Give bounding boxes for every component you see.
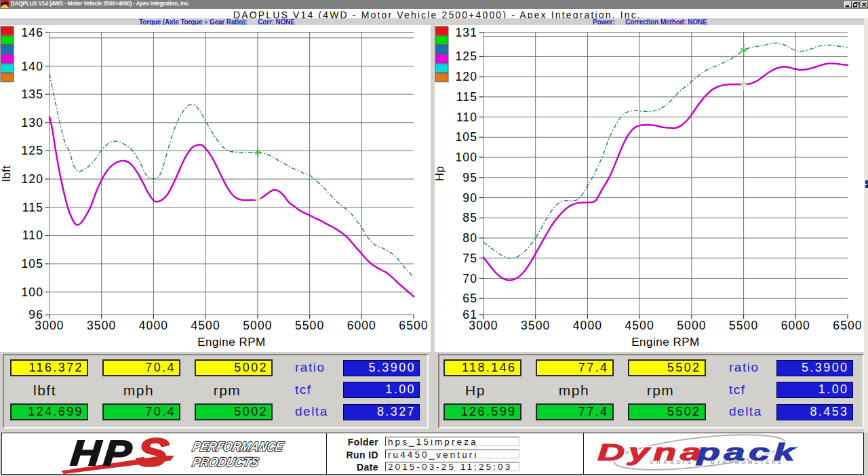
- svg-text:6500: 6500: [833, 319, 862, 332]
- svg-text:4500: 4500: [191, 319, 220, 332]
- svg-text:5500: 5500: [729, 319, 758, 332]
- svg-text:100: 100: [456, 151, 478, 164]
- svg-text:80: 80: [462, 231, 477, 245]
- svg-text:3500: 3500: [521, 319, 550, 332]
- svg-text:140: 140: [22, 60, 44, 73]
- svg-text:120: 120: [456, 70, 478, 83]
- svg-text:3000: 3000: [469, 319, 498, 332]
- svg-text:5500: 5500: [295, 319, 324, 332]
- svg-text:5000: 5000: [677, 319, 706, 332]
- svg-text:6000: 6000: [347, 319, 376, 332]
- svg-text:110: 110: [22, 229, 43, 242]
- svg-text:105: 105: [22, 257, 44, 271]
- svg-text:4000: 4000: [139, 319, 168, 332]
- svg-text:5000: 5000: [243, 319, 272, 332]
- svg-text:DYNAMOMETERS: DYNAMOMETERS: [711, 459, 783, 465]
- svg-text:135: 135: [22, 87, 44, 101]
- svg-text:105: 105: [456, 130, 478, 144]
- svg-text:70: 70: [462, 272, 477, 285]
- svg-text:130: 130: [22, 116, 44, 130]
- svg-text:PRODUCTS: PRODUCTS: [191, 455, 260, 469]
- svg-text:CHASSIS: CHASSIS: [650, 459, 694, 465]
- svg-text:95: 95: [462, 171, 477, 184]
- svg-text:PERFORMANCE: PERFORMANCE: [191, 439, 285, 454]
- svg-text:3500: 3500: [87, 319, 116, 332]
- svg-text:125: 125: [456, 49, 478, 63]
- svg-text:lbft: lbft: [0, 165, 13, 182]
- svg-text:115: 115: [456, 90, 477, 104]
- svg-text:6500: 6500: [399, 319, 428, 332]
- svg-text:HP: HP: [69, 433, 136, 473]
- svg-text:Engine RPM: Engine RPM: [631, 336, 699, 349]
- svg-text:65: 65: [462, 292, 477, 305]
- svg-text:3000: 3000: [35, 319, 64, 332]
- svg-text:4000: 4000: [573, 319, 602, 332]
- svg-text:146: 146: [22, 26, 44, 39]
- svg-text:100: 100: [22, 285, 44, 299]
- svg-text:6000: 6000: [781, 319, 810, 332]
- svg-text:131: 131: [456, 26, 478, 39]
- svg-text:Hp: Hp: [435, 165, 447, 181]
- svg-text:4500: 4500: [625, 319, 654, 332]
- svg-text:115: 115: [22, 201, 43, 214]
- svg-text:120: 120: [22, 172, 44, 186]
- svg-text:85: 85: [462, 211, 477, 224]
- svg-text:90: 90: [462, 191, 477, 205]
- svg-text:110: 110: [456, 111, 477, 124]
- svg-text:S: S: [134, 433, 170, 475]
- svg-text:125: 125: [22, 144, 44, 157]
- svg-text:Engine RPM: Engine RPM: [197, 336, 265, 349]
- svg-text:75: 75: [462, 252, 477, 265]
